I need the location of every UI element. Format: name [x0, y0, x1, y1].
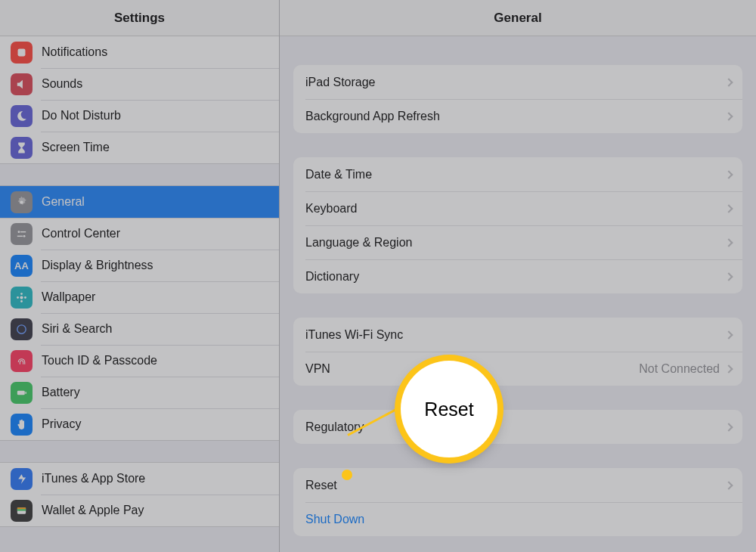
row-itunes-wifi-sync[interactable]: iTunes Wi-Fi Sync	[293, 318, 742, 352]
gear-icon	[11, 191, 33, 213]
sidebar-item-siri[interactable]: Siri & Search	[0, 313, 279, 345]
chevron-right-icon	[724, 364, 733, 373]
row-regulatory[interactable]: Regulatory	[293, 410, 742, 444]
sidebar: Settings Notifications Sounds Do Not Dis…	[0, 0, 280, 552]
svg-rect-13	[25, 392, 26, 394]
sounds-icon	[11, 73, 33, 95]
hand-icon	[11, 414, 33, 436]
sidebar-group-1: Notifications Sounds Do Not Disturb Scre…	[0, 36, 279, 163]
svg-rect-5	[17, 235, 23, 236]
textsize-icon: AA	[11, 255, 33, 277]
svg-point-6	[20, 296, 23, 299]
row-label: iPad Storage	[305, 76, 726, 89]
row-background-app-refresh[interactable]: Background App Refresh	[293, 99, 742, 133]
svg-rect-3	[20, 231, 26, 231]
detail-group-datetime: Date & Time Keyboard Language & Region D…	[293, 157, 742, 293]
sidebar-scroll[interactable]: Notifications Sounds Do Not Disturb Scre…	[0, 36, 279, 552]
row-label: Reset	[305, 479, 726, 492]
appstore-icon	[11, 468, 33, 490]
detail-gap	[280, 293, 756, 318]
chevron-right-icon	[724, 272, 733, 281]
hourglass-icon	[11, 137, 33, 159]
chevron-right-icon	[724, 204, 733, 212]
sidebar-item-label: General	[42, 195, 85, 209]
sidebar-item-label: Touch ID & Passcode	[42, 354, 157, 367]
sidebar-gap	[0, 163, 279, 186]
row-value: Not Connected	[639, 362, 720, 376]
sidebar-item-label: Notifications	[42, 45, 107, 59]
sidebar-item-label: Display & Brightness	[42, 259, 153, 272]
detail-group-regulatory: Regulatory	[293, 410, 742, 444]
sidebar-item-controlcenter[interactable]: Control Center	[0, 218, 279, 250]
row-label: Regulatory	[305, 420, 726, 434]
sidebar-item-touchid[interactable]: Touch ID & Passcode	[0, 345, 279, 377]
sidebar-item-wallet[interactable]: Wallet & Apple Pay	[0, 495, 279, 526]
detail-title: General	[280, 0, 756, 36]
row-label: Date & Time	[305, 168, 726, 181]
row-reset[interactable]: Reset	[293, 468, 742, 502]
detail-gap	[280, 36, 756, 65]
detail-gap	[280, 536, 756, 552]
chevron-right-icon	[724, 330, 733, 339]
sidebar-item-label: Privacy	[42, 417, 81, 431]
row-date-time[interactable]: Date & Time	[293, 157, 742, 191]
sidebar-item-label: Screen Time	[42, 141, 110, 154]
svg-rect-16	[17, 509, 26, 510]
row-shut-down[interactable]: Shut Down	[293, 502, 742, 536]
fingerprint-icon	[11, 350, 33, 372]
sidebar-item-label: Wallpaper	[42, 290, 95, 304]
sidebar-item-label: Siri & Search	[42, 322, 112, 336]
settings-app: Settings Notifications Sounds Do Not Dis…	[0, 0, 756, 552]
svg-rect-0	[18, 48, 26, 56]
chevron-right-icon	[724, 481, 733, 489]
sidebar-item-display[interactable]: AA Display & Brightness	[0, 250, 279, 281]
detail-gap	[280, 386, 756, 410]
svg-point-8	[20, 300, 23, 302]
sidebar-item-label: iTunes & App Store	[42, 472, 145, 485]
row-label: Keyboard	[305, 202, 726, 216]
sidebar-item-notifications[interactable]: Notifications	[0, 36, 279, 68]
wallet-icon	[11, 500, 33, 522]
detail-pane: General iPad Storage Background App Refr…	[280, 0, 756, 552]
row-ipad-storage[interactable]: iPad Storage	[293, 65, 742, 99]
row-keyboard[interactable]: Keyboard	[293, 191, 742, 225]
svg-rect-15	[17, 507, 26, 509]
row-label: Language & Region	[305, 236, 726, 250]
siri-icon	[11, 318, 33, 340]
detail-scroll[interactable]: iPad Storage Background App Refresh Date…	[280, 36, 756, 552]
sidebar-item-label: Wallet & Apple Pay	[42, 504, 144, 517]
chevron-right-icon	[724, 170, 733, 178]
svg-point-10	[24, 296, 26, 299]
row-language-region[interactable]: Language & Region	[293, 225, 742, 259]
sidebar-item-screentime[interactable]: Screen Time	[0, 132, 279, 163]
flower-icon	[11, 287, 33, 309]
sidebar-group-3: iTunes & App Store Wallet & Apple Pay	[0, 463, 279, 526]
svg-point-4	[23, 234, 26, 237]
sidebar-item-wallpaper[interactable]: Wallpaper	[0, 281, 279, 313]
sidebar-gap	[0, 440, 279, 463]
sidebar-item-sounds[interactable]: Sounds	[0, 68, 279, 100]
sidebar-item-dnd[interactable]: Do Not Disturb	[0, 100, 279, 132]
moon-icon	[11, 105, 33, 127]
sidebar-item-appstore[interactable]: iTunes & App Store	[0, 463, 279, 495]
detail-group-reset: Reset Shut Down	[293, 468, 742, 536]
sidebar-title: Settings	[0, 0, 279, 36]
row-label: Dictionary	[305, 270, 726, 284]
sidebar-item-battery[interactable]: Battery	[0, 377, 279, 408]
row-label: VPN	[305, 362, 639, 376]
sidebar-item-privacy[interactable]: Privacy	[0, 408, 279, 440]
sidebar-group-2: General Control Center AA Display & Brig…	[0, 186, 279, 440]
detail-gap	[280, 133, 756, 157]
svg-rect-12	[17, 390, 25, 395]
svg-point-11	[17, 324, 26, 333]
chevron-right-icon	[724, 423, 733, 431]
row-vpn[interactable]: VPN Not Connected	[293, 352, 742, 386]
row-label: Shut Down	[305, 513, 732, 526]
row-label: Background App Refresh	[305, 110, 726, 123]
chevron-right-icon	[724, 112, 733, 120]
sidebar-gap	[0, 526, 279, 549]
svg-point-2	[18, 231, 20, 233]
row-dictionary[interactable]: Dictionary	[293, 259, 742, 293]
sidebar-item-general[interactable]: General	[0, 186, 279, 218]
notifications-icon	[11, 42, 33, 64]
